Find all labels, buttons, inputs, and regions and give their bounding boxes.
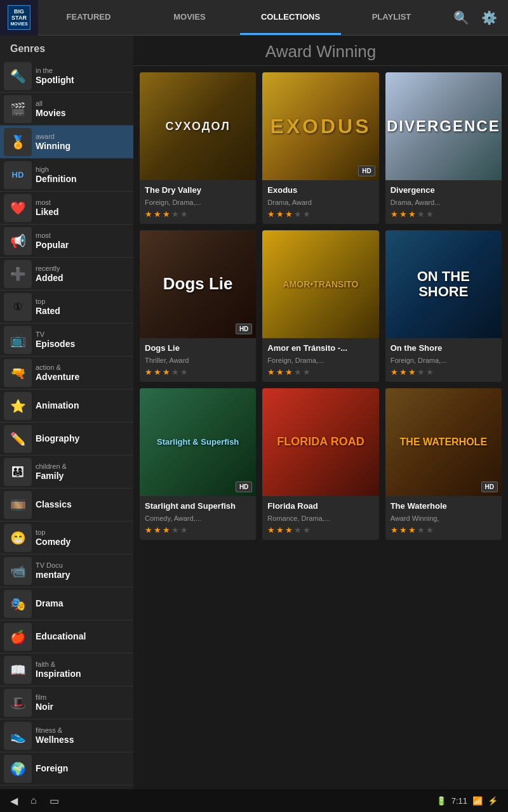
sidebar-item-biography[interactable]: ✏️ Biography (0, 422, 133, 455)
sidebar-item-animation[interactable]: ⭐ Animation (0, 390, 133, 422)
tab-movies[interactable]: MOVIES (139, 0, 240, 35)
tv-icon: 📺 (4, 326, 32, 354)
sidebar-item-spotlight[interactable]: 🔦 in the Spotlight (0, 60, 133, 93)
recent-apps-button[interactable]: ▭ (50, 795, 59, 807)
movie-stars-divergence: ★★★★★ (391, 209, 497, 219)
genres-header: Genres (0, 36, 133, 60)
sidebar-item-faith-inspiration[interactable]: 📖 faith & Inspiration (0, 653, 133, 686)
movie-poster-dry-valley: СУХОДОЛ (140, 72, 256, 180)
foreign-icon: 🌍 (4, 755, 32, 783)
sidebar-item-drama[interactable]: 🎭 Drama (0, 587, 133, 620)
movie-stars-dogs-lie: ★★★★★ (145, 367, 251, 377)
sidebar-item-educational[interactable]: 🍎 Educational (0, 620, 133, 653)
home-button[interactable]: ⌂ (30, 795, 37, 807)
movie-stars-shore: ★★★★★ (391, 367, 497, 377)
movie-poster-starlight: Starlight & Superfish HD (140, 388, 256, 496)
movie-genre-starlight: Comedy, Award,... (145, 514, 251, 522)
faith-icon: 📖 (4, 656, 32, 684)
sidebar-item-fitness-wellness[interactable]: 👟 fitness & Wellness (0, 719, 133, 752)
hd-badge-exodus: HD (358, 166, 375, 176)
sidebar-item-film-noir[interactable]: 🎩 film Noir (0, 686, 133, 719)
spotlight-top-label: in the (36, 67, 74, 75)
movie-stars-waterhole: ★★★★★ (391, 525, 497, 535)
sidebar-item-classics[interactable]: 🎞️ Classics (0, 488, 133, 521)
movie-genre-dry-valley: Foreign, Drama,... (145, 199, 251, 206)
nav-tabs: FEATURED MOVIES COLLECTIONS PLAYLIST (38, 0, 442, 35)
right-content: Award Winning СУХОДОЛ The Dry Valley For… (133, 36, 508, 789)
movie-poster-florida: FLORIDA ROAD (262, 388, 378, 496)
sidebar-item-top-rated[interactable]: ① top Rated (0, 291, 133, 324)
sidebar: Genres 🔦 in the Spotlight 🎬 all Movies 🏅… (0, 36, 133, 789)
hd-badge-dogs-lie: HD (236, 324, 252, 334)
hd-icon: HD (4, 161, 32, 189)
movie-card-dry-valley[interactable]: СУХОДОЛ The Dry Valley Foreign, Drama,..… (140, 72, 256, 224)
movie-card-starlight[interactable]: Starlight & Superfish HD Starlight and S… (140, 388, 256, 540)
fitness-icon: 👟 (4, 722, 32, 750)
movie-genre-amor: Foreign, Drama,... (267, 357, 373, 364)
movie-stars-dry-valley: ★★★★★ (145, 209, 251, 219)
movie-genre-shore: Foreign, Drama,... (391, 357, 497, 364)
movie-poster-shore: ON THE SHORE (385, 230, 502, 338)
movie-genre-florida: Romance, Drama,... (267, 514, 373, 522)
sidebar-item-action-adventure[interactable]: 🔫 action & Adventure (0, 357, 133, 390)
movie-stars-amor: ★★★★★ (267, 367, 373, 377)
film-noir-icon: 🎩 (4, 689, 32, 717)
tab-collections[interactable]: COLLECTIONS (240, 0, 341, 35)
settings-icon[interactable]: ⚙️ (478, 6, 500, 29)
movie-stars-exodus: ★★★★★ (267, 209, 373, 219)
sidebar-item-recently-added[interactable]: ➕ recently Added (0, 258, 133, 291)
tab-playlist[interactable]: PLAYLIST (341, 0, 442, 35)
sidebar-item-all-movies[interactable]: 🎬 all Movies (0, 93, 133, 126)
movie-card-waterhole[interactable]: THE WATERHOLE HD The Waterhole Award Win… (385, 388, 502, 540)
movie-genre-divergence: Drama, Award... (391, 199, 497, 206)
movie-grid: СУХОДОЛ The Dry Valley Foreign, Drama,..… (133, 66, 508, 789)
sidebar-item-comedy[interactable]: 😁 top Comedy (0, 521, 133, 554)
nav-icon-group: 🔍 ⚙️ (442, 6, 508, 29)
sidebar-item-tv-documentary[interactable]: 📹 TV Docu mentary (0, 554, 133, 587)
search-icon[interactable]: 🔍 (450, 6, 472, 29)
educational-icon: 🍎 (4, 623, 32, 651)
liked-icon: ❤️ (4, 194, 32, 222)
biography-icon: ✏️ (4, 425, 32, 453)
movie-title-dry-valley: The Dry Valley (145, 185, 251, 196)
popular-icon: 📢 (4, 227, 32, 255)
movie-title-shore: On the Shore (391, 343, 497, 354)
movie-title-exodus: Exodus (267, 185, 373, 196)
sidebar-item-most-liked[interactable]: ❤️ most Liked (0, 192, 133, 225)
movie-card-amor[interactable]: AMOR•TRANSITO Amor en Tránsito -... Fore… (262, 230, 378, 382)
battery-icon: 🔋 (436, 796, 446, 806)
family-icon: 👨‍👩‍👧 (4, 458, 32, 486)
status-nav-buttons: ◀ ⌂ ▭ (10, 795, 59, 807)
sidebar-item-hd[interactable]: HD high Definition (0, 159, 133, 192)
movie-card-divergence[interactable]: DIVERGENCE Divergence Drama, Award... ★★… (385, 72, 502, 224)
sidebar-item-tv-episodes[interactable]: 📺 TV Episodes (0, 324, 133, 357)
sidebar-item-children-family[interactable]: 👨‍👩‍👧 children & Family (0, 455, 133, 488)
status-bar: ◀ ⌂ ▭ 🔋 7:11 📶 ⚡ (0, 789, 508, 812)
movie-card-dogs-lie[interactable]: Dogs Lie HD Dogs Lie Thriller, Award ★★★… (140, 230, 256, 382)
movie-card-shore[interactable]: ON THE SHORE On the Shore Foreign, Drama… (385, 230, 502, 382)
classics-icon: 🎞️ (4, 491, 32, 519)
wifi-icon: 📶 (472, 796, 483, 806)
sidebar-item-most-popular[interactable]: 📢 most Popular (0, 225, 133, 258)
tab-featured[interactable]: FEATURED (38, 0, 139, 35)
movie-card-florida[interactable]: FLORIDA ROAD Florida Road Romance, Drama… (262, 388, 378, 540)
movie-poster-dogs-lie: Dogs Lie HD (140, 230, 256, 338)
animation-icon: ⭐ (4, 392, 32, 420)
movie-card-exodus[interactable]: EXODUS HD Exodus Drama, Award ★★★★★ (262, 72, 378, 224)
sidebar-item-foreign[interactable]: 🌍 Foreign (0, 752, 133, 785)
spotlight-main-label: Spotlight (36, 75, 74, 86)
movie-poster-waterhole: THE WATERHOLE HD (385, 388, 502, 496)
hd-badge-starlight: HD (236, 481, 252, 492)
movie-title-waterhole: The Waterhole (391, 501, 497, 512)
movie-poster-amor: AMOR•TRANSITO (262, 230, 378, 338)
action-icon: 🔫 (4, 359, 32, 387)
page-title: Award Winning (133, 36, 508, 66)
status-time: 7:11 (451, 796, 467, 806)
movie-poster-exodus: EXODUS HD (262, 72, 378, 180)
movie-genre-exodus: Drama, Award (267, 199, 373, 206)
charging-icon: ⚡ (488, 796, 498, 806)
top-rated-icon: ① (4, 293, 32, 321)
hd-badge-waterhole: HD (481, 481, 498, 492)
sidebar-item-award-winning[interactable]: 🏅 award Winning (0, 126, 133, 159)
back-button[interactable]: ◀ (10, 795, 18, 807)
